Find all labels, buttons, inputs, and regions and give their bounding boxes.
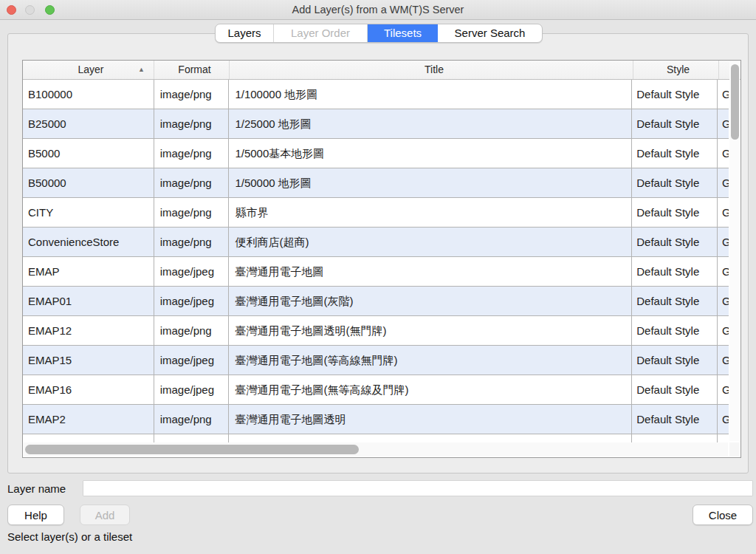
cell-style: Default Style (632, 287, 718, 316)
cell-format: image/png (154, 198, 230, 228)
cell-tileset-clipped: G (718, 198, 729, 228)
cell-format: image/png (154, 316, 230, 346)
cell-layer: B100000 (23, 80, 154, 109)
status-message: Select layer(s) or a tileset (7, 530, 132, 543)
column-header-title[interactable]: Title (230, 61, 633, 79)
cell-format: image/png (154, 139, 230, 168)
cell-tileset-clipped: G (718, 375, 729, 405)
cell-style: Default Style (632, 257, 718, 287)
title-bar: Add Layer(s) from a WM(T)S Server (0, 0, 756, 20)
cell-title: 臺灣通用電子地圖透明 (229, 405, 632, 434)
cell-tileset-clipped: G (718, 80, 729, 109)
table-row[interactable]: B50000 image/png 1/50000 地形圖 Default Sty… (23, 168, 729, 198)
cell-layer: CITY (23, 198, 154, 228)
table-row[interactable]: ConvenienceStore image/png 便利商店(超商) Defa… (23, 228, 729, 257)
cell-style: Default Style (632, 346, 718, 375)
cell-format: image/jpeg (154, 287, 230, 316)
tab-layers[interactable]: Layers (216, 24, 274, 42)
cell-format: image/png (154, 228, 230, 257)
help-button[interactable]: Help (7, 505, 64, 525)
add-button[interactable]: Add (80, 505, 130, 525)
cell-tileset-clipped: G (718, 109, 729, 139)
horizontal-scrollbar-thumb[interactable] (25, 445, 359, 454)
cell-style: Default Style (632, 168, 718, 198)
cell-format: image/jpeg (154, 375, 230, 405)
window-title: Add Layer(s) from a WM(T)S Server (0, 4, 756, 16)
cell-format: image/png (154, 168, 230, 198)
column-header-layer[interactable]: Layer ▲ (23, 61, 154, 79)
cell-style: Default Style (632, 80, 718, 109)
table-row[interactable]: EMAP01 image/jpeg 臺灣通用電子地圖(灰階) Default S… (23, 287, 729, 316)
cell-title: 臺灣通用電子地圖透明(無門牌) (229, 316, 632, 346)
cell-format: image/jpeg (154, 346, 230, 375)
cell-title: 臺灣通用電子地圖(等高線無門牌) (229, 346, 632, 375)
cell-title: 臺灣通用電子地圖 (229, 257, 632, 287)
cell-layer: EMAP01 (23, 287, 154, 316)
cell-title: 1/5000基本地形圖 (229, 139, 632, 168)
cell-layer: B25000 (23, 109, 154, 139)
cell-title: 1/100000 地形圖 (229, 80, 632, 109)
horizontal-scrollbar[interactable] (24, 442, 728, 456)
cell-style: Default Style (632, 316, 718, 346)
table-header-row: Layer ▲ Format Title Style (23, 61, 740, 80)
cell-tileset-clipped: G (718, 257, 729, 287)
cell-title: 臺灣通用電子地圖(灰階) (229, 287, 632, 316)
cell-style: Default Style (632, 109, 718, 139)
cell-layer: B5000 (23, 139, 154, 168)
table-row[interactable]: EMAP image/jpeg 臺灣通用電子地圖 Default Style G (23, 257, 729, 287)
table-row[interactable]: EMAP16 image/jpeg 臺灣通用電子地圖(無等高線及門牌) Defa… (23, 375, 729, 405)
cell-style: Default Style (632, 228, 718, 257)
close-button[interactable]: Close (693, 505, 753, 525)
column-header-layer-label: Layer (78, 64, 103, 75)
vertical-scrollbar-thumb[interactable] (731, 64, 739, 140)
table-row[interactable]: EMAP2 image/png 臺灣通用電子地圖透明 Default Style… (23, 405, 729, 434)
cell-title: 便利商店(超商) (229, 228, 632, 257)
layer-name-input[interactable] (83, 480, 753, 496)
tab-layer-order: Layer Order (274, 24, 368, 42)
table-row[interactable]: EMAP12 image/png 臺灣通用電子地圖透明(無門牌) Default… (23, 316, 729, 346)
cell-tileset-clipped: G (718, 287, 729, 316)
cell-layer: B50000 (23, 168, 154, 198)
cell-layer: EMAP16 (23, 375, 154, 405)
scrollbar-corner (729, 442, 740, 456)
cell-title: 臺灣通用電子地圖(無等高線及門牌) (229, 375, 632, 405)
tilesets-table: Layer ▲ Format Title Style B100000 image… (22, 60, 741, 458)
cell-layer: EMAP12 (23, 316, 154, 346)
column-header-format[interactable]: Format (154, 61, 230, 79)
table-row[interactable]: EMAP15 image/jpeg 臺灣通用電子地圖(等高線無門牌) Defau… (23, 346, 729, 375)
cell-format: image/png (154, 80, 230, 109)
table-row[interactable]: B100000 image/png 1/100000 地形圖 Default S… (23, 80, 729, 109)
table-row[interactable]: B25000 image/png 1/25000 地形圖 Default Sty… (23, 109, 729, 139)
tab-tilesets[interactable]: Tilesets (368, 24, 438, 43)
cell-tileset-clipped: G (718, 228, 729, 257)
cell-tileset-clipped: G (718, 139, 729, 168)
cell-style: Default Style (632, 198, 718, 228)
cell-title: 1/50000 地形圖 (229, 168, 632, 198)
cell-tileset-clipped: G (718, 316, 729, 346)
cell-format: image/png (154, 405, 230, 434)
cell-layer: ConvenienceStore (23, 228, 154, 257)
cell-layer: EMAP (23, 257, 154, 287)
table-body: B100000 image/png 1/100000 地形圖 Default S… (23, 80, 729, 434)
cell-style: Default Style (632, 139, 718, 168)
tab-bar: Layers Layer Order Tilesets Server Searc… (215, 24, 543, 43)
sort-ascending-icon: ▲ (138, 61, 145, 79)
cell-style: Default Style (632, 405, 718, 434)
cell-format: image/png (154, 109, 230, 139)
cell-tileset-clipped: G (718, 168, 729, 198)
cell-title: 1/25000 地形圖 (229, 109, 632, 139)
tab-server-search[interactable]: Server Search (438, 24, 542, 42)
column-header-style[interactable]: Style (633, 61, 719, 79)
cell-style: Default Style (632, 375, 718, 405)
cell-layer: EMAP2 (23, 405, 154, 434)
column-header-clipped[interactable] (719, 61, 730, 79)
layer-name-label: Layer name (7, 482, 66, 495)
cell-title: 縣市界 (229, 198, 632, 228)
cell-format: image/jpeg (154, 257, 230, 287)
table-row[interactable]: CITY image/png 縣市界 Default Style G (23, 198, 729, 228)
cell-tileset-clipped: G (718, 405, 729, 434)
cell-tileset-clipped: G (718, 346, 729, 375)
table-row-partial[interactable] (23, 434, 729, 442)
table-row[interactable]: B5000 image/png 1/5000基本地形圖 Default Styl… (23, 139, 729, 168)
vertical-scrollbar[interactable] (729, 62, 740, 441)
